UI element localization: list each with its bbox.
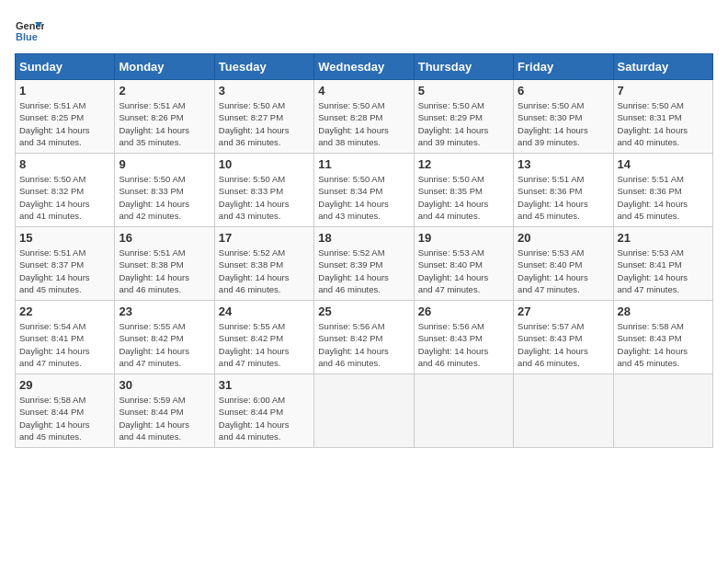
cell-content: Sunrise: 5:50 AM Sunset: 8:33 PM Dayligh…	[119, 173, 210, 222]
cell-content: Sunrise: 5:50 AM Sunset: 8:30 PM Dayligh…	[518, 99, 609, 148]
cell-content: Sunrise: 5:50 AM Sunset: 8:34 PM Dayligh…	[318, 173, 409, 222]
cell-content: Sunrise: 5:50 AM Sunset: 8:32 PM Dayligh…	[19, 173, 110, 222]
calendar-row: 1Sunrise: 5:51 AM Sunset: 8:25 PM Daylig…	[16, 80, 713, 154]
calendar-cell: 29Sunrise: 5:58 AM Sunset: 8:44 PM Dayli…	[16, 374, 115, 448]
calendar-cell: 24Sunrise: 5:55 AM Sunset: 8:42 PM Dayli…	[214, 301, 313, 374]
cell-content: Sunrise: 5:50 AM Sunset: 8:27 PM Dayligh…	[219, 99, 310, 148]
cell-content: Sunrise: 5:52 AM Sunset: 8:39 PM Dayligh…	[318, 247, 409, 295]
calendar-cell: 18Sunrise: 5:52 AM Sunset: 8:39 PM Dayli…	[314, 227, 414, 301]
day-number: 6	[518, 84, 609, 98]
day-number: 20	[518, 231, 609, 245]
logo-icon: General Blue	[15, 15, 44, 44]
weekday-header: Friday	[514, 54, 613, 80]
calendar-cell: 30Sunrise: 5:59 AM Sunset: 8:44 PM Dayli…	[115, 374, 214, 448]
cell-content: Sunrise: 5:51 AM Sunset: 8:38 PM Dayligh…	[119, 247, 210, 295]
calendar-cell: 3Sunrise: 5:50 AM Sunset: 8:27 PM Daylig…	[214, 80, 313, 154]
cell-content: Sunrise: 6:00 AM Sunset: 8:44 PM Dayligh…	[219, 394, 310, 442]
svg-text:General: General	[16, 20, 44, 31]
day-number: 23	[119, 304, 210, 318]
cell-content: Sunrise: 5:58 AM Sunset: 8:44 PM Dayligh…	[19, 394, 110, 442]
day-number: 15	[19, 231, 110, 245]
day-number: 5	[418, 84, 509, 98]
calendar-cell: 19Sunrise: 5:53 AM Sunset: 8:40 PM Dayli…	[414, 227, 513, 301]
calendar-row: 15Sunrise: 5:51 AM Sunset: 8:37 PM Dayli…	[16, 227, 713, 301]
cell-content: Sunrise: 5:57 AM Sunset: 8:43 PM Dayligh…	[518, 320, 609, 369]
cell-content: Sunrise: 5:52 AM Sunset: 8:38 PM Dayligh…	[219, 247, 310, 295]
day-number: 3	[219, 84, 310, 98]
weekday-header: Thursday	[414, 54, 513, 80]
day-number: 26	[418, 304, 509, 318]
cell-content: Sunrise: 5:50 AM Sunset: 8:33 PM Dayligh…	[219, 173, 310, 222]
calendar-cell: 21Sunrise: 5:53 AM Sunset: 8:41 PM Dayli…	[613, 227, 712, 301]
cell-content: Sunrise: 5:51 AM Sunset: 8:25 PM Dayligh…	[19, 99, 110, 148]
day-number: 18	[318, 231, 409, 245]
cell-content: Sunrise: 5:51 AM Sunset: 8:36 PM Dayligh…	[618, 173, 709, 222]
calendar-cell: 16Sunrise: 5:51 AM Sunset: 8:38 PM Dayli…	[115, 227, 214, 301]
cell-content: Sunrise: 5:58 AM Sunset: 8:43 PM Dayligh…	[618, 320, 709, 369]
cell-content: Sunrise: 5:50 AM Sunset: 8:28 PM Dayligh…	[318, 99, 409, 148]
calendar-cell	[314, 374, 414, 448]
calendar-cell: 5Sunrise: 5:50 AM Sunset: 8:29 PM Daylig…	[414, 80, 513, 154]
calendar-cell	[613, 374, 712, 448]
cell-content: Sunrise: 5:51 AM Sunset: 8:36 PM Dayligh…	[518, 173, 609, 222]
cell-content: Sunrise: 5:50 AM Sunset: 8:31 PM Dayligh…	[618, 99, 709, 148]
calendar-table: SundayMondayTuesdayWednesdayThursdayFrid…	[15, 53, 713, 448]
day-number: 31	[219, 378, 310, 392]
weekday-header: Sunday	[16, 54, 115, 80]
calendar-cell: 20Sunrise: 5:53 AM Sunset: 8:40 PM Dayli…	[514, 227, 613, 301]
calendar-cell: 10Sunrise: 5:50 AM Sunset: 8:33 PM Dayli…	[214, 154, 313, 227]
day-number: 13	[518, 157, 609, 171]
day-number: 1	[19, 84, 110, 98]
day-number: 10	[219, 157, 310, 171]
day-number: 29	[19, 378, 110, 392]
calendar-cell: 27Sunrise: 5:57 AM Sunset: 8:43 PM Dayli…	[514, 301, 613, 374]
calendar-cell: 11Sunrise: 5:50 AM Sunset: 8:34 PM Dayli…	[314, 154, 414, 227]
day-number: 11	[318, 157, 409, 171]
calendar-cell: 6Sunrise: 5:50 AM Sunset: 8:30 PM Daylig…	[514, 80, 613, 154]
calendar-cell: 26Sunrise: 5:56 AM Sunset: 8:43 PM Dayli…	[414, 301, 513, 374]
cell-content: Sunrise: 5:50 AM Sunset: 8:29 PM Dayligh…	[418, 99, 509, 148]
day-number: 14	[618, 157, 709, 171]
cell-content: Sunrise: 5:50 AM Sunset: 8:35 PM Dayligh…	[418, 173, 509, 222]
cell-content: Sunrise: 5:51 AM Sunset: 8:37 PM Dayligh…	[19, 247, 110, 295]
cell-content: Sunrise: 5:53 AM Sunset: 8:41 PM Dayligh…	[618, 247, 709, 295]
cell-content: Sunrise: 5:55 AM Sunset: 8:42 PM Dayligh…	[219, 320, 310, 369]
day-number: 22	[19, 304, 110, 318]
calendar-cell: 14Sunrise: 5:51 AM Sunset: 8:36 PM Dayli…	[613, 154, 712, 227]
day-number: 7	[618, 84, 709, 98]
cell-content: Sunrise: 5:53 AM Sunset: 8:40 PM Dayligh…	[518, 247, 609, 295]
logo: General Blue	[15, 15, 44, 44]
cell-content: Sunrise: 5:51 AM Sunset: 8:26 PM Dayligh…	[119, 99, 210, 148]
calendar-cell: 15Sunrise: 5:51 AM Sunset: 8:37 PM Dayli…	[16, 227, 115, 301]
calendar-cell: 25Sunrise: 5:56 AM Sunset: 8:42 PM Dayli…	[314, 301, 414, 374]
calendar-cell: 12Sunrise: 5:50 AM Sunset: 8:35 PM Dayli…	[414, 154, 513, 227]
day-number: 17	[219, 231, 310, 245]
day-number: 16	[119, 231, 210, 245]
cell-content: Sunrise: 5:55 AM Sunset: 8:42 PM Dayligh…	[119, 320, 210, 369]
day-number: 27	[518, 304, 609, 318]
weekday-header: Tuesday	[214, 54, 313, 80]
calendar-cell: 9Sunrise: 5:50 AM Sunset: 8:33 PM Daylig…	[115, 154, 214, 227]
day-number: 19	[418, 231, 509, 245]
weekday-header-row: SundayMondayTuesdayWednesdayThursdayFrid…	[16, 54, 713, 80]
cell-content: Sunrise: 5:54 AM Sunset: 8:41 PM Dayligh…	[19, 320, 110, 369]
calendar-row: 8Sunrise: 5:50 AM Sunset: 8:32 PM Daylig…	[16, 154, 713, 227]
calendar-cell: 31Sunrise: 6:00 AM Sunset: 8:44 PM Dayli…	[214, 374, 313, 448]
day-number: 8	[19, 157, 110, 171]
day-number: 24	[219, 304, 310, 318]
day-number: 9	[119, 157, 210, 171]
cell-content: Sunrise: 5:56 AM Sunset: 8:43 PM Dayligh…	[418, 320, 509, 369]
day-number: 21	[618, 231, 709, 245]
calendar-cell: 1Sunrise: 5:51 AM Sunset: 8:25 PM Daylig…	[16, 80, 115, 154]
calendar-cell	[414, 374, 513, 448]
calendar-cell: 7Sunrise: 5:50 AM Sunset: 8:31 PM Daylig…	[613, 80, 712, 154]
calendar-cell: 13Sunrise: 5:51 AM Sunset: 8:36 PM Dayli…	[514, 154, 613, 227]
header: General Blue	[15, 15, 713, 44]
day-number: 25	[318, 304, 409, 318]
weekday-header: Monday	[115, 54, 214, 80]
day-number: 4	[318, 84, 409, 98]
weekday-header: Wednesday	[314, 54, 414, 80]
svg-text:Blue: Blue	[16, 31, 38, 42]
calendar-row: 22Sunrise: 5:54 AM Sunset: 8:41 PM Dayli…	[16, 301, 713, 374]
calendar-cell: 2Sunrise: 5:51 AM Sunset: 8:26 PM Daylig…	[115, 80, 214, 154]
